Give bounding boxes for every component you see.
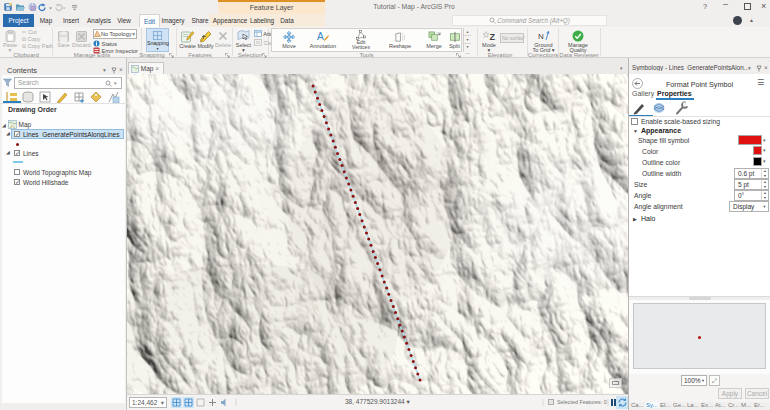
svg-text:Z: Z: [489, 32, 495, 42]
svg-text:A: A: [317, 31, 324, 42]
svg-text:N: N: [538, 32, 544, 41]
